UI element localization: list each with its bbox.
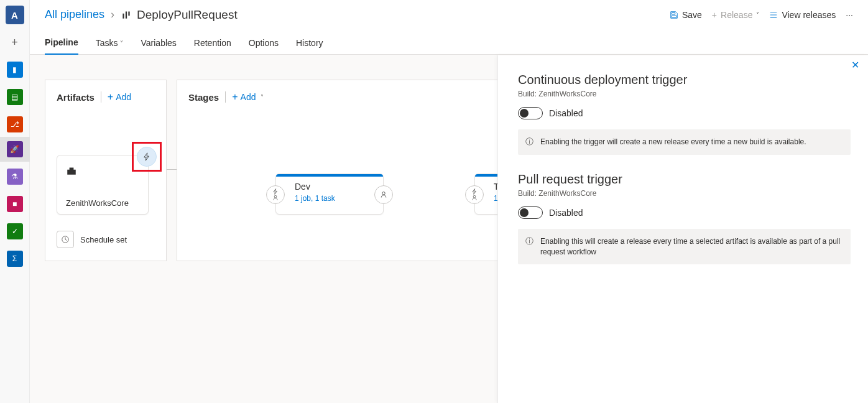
pipeline-icon [121, 9, 132, 21]
release-label: Release [721, 10, 752, 20]
header-actions: Save + Release ˅ View releases ··· [670, 10, 853, 20]
left-navbar: A + ▮ ▤ ⎇ 🚀 ⚗ ■ ✓ Σ [0, 0, 30, 403]
cd-info-box: Enabling the trigger will create a new r… [518, 129, 851, 155]
build-icon [66, 165, 77, 177]
schedule-label: Schedule set [80, 235, 127, 244]
wiki-icon: Σ [7, 251, 23, 267]
list-icon [769, 11, 778, 19]
svg-point-2 [382, 192, 386, 195]
nav-compliance[interactable]: ✓ [5, 221, 25, 241]
save-button[interactable]: Save [670, 10, 702, 20]
pr-info-box: Enabling this will create a release ever… [518, 229, 851, 265]
cd-trigger-button[interactable] [137, 147, 157, 167]
stages-panel: Stages +Add˅ Dev 1 job, 1 task [177, 80, 525, 261]
repos-icon: ⎇ [7, 116, 23, 132]
person-icon [272, 195, 279, 201]
stages-header: Stages +Add˅ [177, 80, 524, 103]
svg-point-3 [473, 195, 476, 198]
testplans-icon: ⚗ [7, 169, 23, 185]
cd-trigger-subtitle: Build: ZenithWorksCore [518, 90, 851, 98]
post-deploy-conditions[interactable] [374, 185, 393, 204]
release-button[interactable]: + Release ˅ [712, 10, 760, 20]
nav-pipelines[interactable]: 🚀 [0, 137, 30, 162]
stages-title: Stages [188, 92, 219, 103]
add-label: Add [241, 92, 256, 102]
svg-point-1 [274, 195, 277, 198]
breadcrumb: All pipelines › DeployPullRequest [45, 8, 238, 22]
more-menu-button[interactable]: ··· [846, 10, 853, 20]
add-label: Add [116, 92, 131, 102]
chevron-down-icon: ˅ [261, 94, 264, 101]
compliance-icon: ✓ [7, 223, 23, 239]
overview-icon: ▮ [7, 62, 23, 78]
page-title: DeployPullRequest [137, 8, 238, 22]
breadcrumb-current: DeployPullRequest [121, 8, 238, 22]
breadcrumb-root[interactable]: All pipelines [45, 8, 104, 21]
org-initial: A [6, 6, 24, 24]
breadcrumb-separator: › [111, 8, 114, 21]
close-panel-button[interactable]: ✕ [851, 59, 859, 71]
view-releases-button[interactable]: View releases [769, 10, 836, 20]
tab-variables[interactable]: Variables [141, 33, 176, 54]
divider [225, 91, 226, 103]
stage-card-dev[interactable]: Dev 1 job, 1 task [275, 174, 384, 215]
tab-pipeline[interactable]: Pipeline [45, 32, 78, 55]
lightning-icon [272, 188, 279, 195]
plus-icon: + [232, 91, 238, 103]
chevron-down-icon: ˅ [756, 11, 759, 18]
nav-artifacts[interactable]: ■ [5, 194, 25, 214]
save-icon [670, 11, 678, 19]
artifacts-header: Artifacts +Add [45, 80, 166, 103]
pre-deploy-conditions[interactable] [266, 185, 285, 204]
add-artifact-button[interactable]: +Add [108, 91, 131, 103]
artifacts-panel: Artifacts +Add ZenithWorksCore Schedule … [45, 80, 167, 261]
pr-toggle-row: Disabled [518, 206, 851, 219]
new-project-button[interactable]: + [5, 32, 25, 52]
person-icon [471, 195, 478, 201]
save-label: Save [682, 10, 702, 20]
nav-repos[interactable]: ⎇ [5, 114, 25, 134]
lightning-icon [142, 152, 151, 161]
nav-boards[interactable]: ▤ [5, 87, 25, 107]
pre-deploy-conditions[interactable] [465, 185, 484, 204]
pr-toggle[interactable] [518, 206, 543, 219]
artifact-name: ZenithWorksCore [66, 198, 141, 208]
tab-tasks[interactable]: Tasks˅ [96, 33, 124, 54]
toggle-knob [520, 109, 529, 118]
cd-toggle[interactable] [518, 107, 543, 119]
artifacts-icon: ■ [7, 196, 23, 212]
tab-tasks-label: Tasks [96, 38, 118, 48]
tab-retention[interactable]: Retention [194, 33, 231, 54]
artifact-card[interactable]: ZenithWorksCore [57, 155, 149, 215]
toggle-knob [520, 208, 529, 217]
divider [101, 91, 101, 103]
boards-icon: ▤ [7, 89, 23, 105]
org-badge[interactable]: A [5, 5, 25, 25]
plus-icon: + [108, 91, 113, 103]
cd-toggle-label: Disabled [549, 108, 583, 118]
clock-icon [57, 231, 74, 248]
pr-trigger-title: Pull request trigger [518, 172, 851, 187]
tabs: Pipeline Tasks˅ Variables Retention Opti… [30, 30, 868, 55]
chevron-down-icon: ˅ [120, 40, 123, 47]
nav-wiki[interactable]: Σ [5, 249, 25, 269]
stage-detail-link[interactable]: 1 job, 1 task [295, 194, 377, 203]
plus-icon: + [712, 10, 717, 20]
pipelines-icon: 🚀 [7, 141, 23, 157]
stage-name: Dev [295, 182, 377, 192]
add-stage-button[interactable]: +Add˅ [232, 91, 264, 103]
pr-toggle-label: Disabled [549, 208, 583, 218]
nav-overview[interactable]: ▮ [5, 60, 25, 80]
tab-options[interactable]: Options [249, 33, 279, 54]
cd-toggle-row: Disabled [518, 107, 851, 119]
trigger-settings-panel: ✕ Continuous deployment trigger Build: Z… [497, 55, 868, 403]
person-icon [380, 191, 387, 198]
artifacts-title: Artifacts [57, 92, 95, 103]
schedule-row[interactable]: Schedule set [57, 231, 127, 248]
tab-history[interactable]: History [296, 33, 323, 54]
cd-trigger-title: Continuous deployment trigger [518, 73, 851, 87]
nav-testplans[interactable]: ⚗ [5, 167, 25, 187]
pr-trigger-subtitle: Build: ZenithWorksCore [518, 189, 851, 198]
lightning-icon [471, 188, 478, 195]
view-releases-label: View releases [782, 10, 836, 20]
